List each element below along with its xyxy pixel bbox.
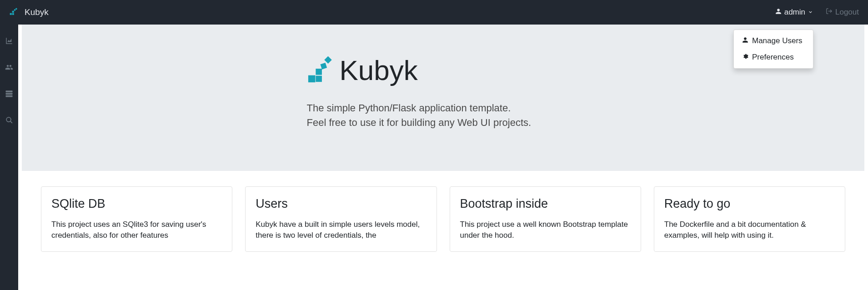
logout-link[interactable]: Logout	[826, 8, 859, 17]
server-icon	[5, 90, 13, 100]
subtitle-line-1: The simple Python/Flask application temp…	[307, 101, 716, 115]
card-title: Users	[256, 197, 426, 211]
users-icon	[5, 63, 13, 73]
dropdown-item-preferences[interactable]: Preferences	[734, 49, 813, 65]
sidebar-item-search[interactable]	[5, 116, 14, 125]
svg-point-9	[6, 117, 11, 122]
gear-icon	[742, 53, 748, 62]
svg-rect-6	[6, 90, 13, 92]
search-icon	[5, 116, 13, 126]
card-sqlite: SQlite DB This project uses an SQlite3 f…	[41, 186, 232, 252]
svg-rect-3	[14, 9, 15, 11]
svg-rect-0	[10, 13, 12, 15]
svg-rect-7	[6, 93, 13, 95]
user-icon	[775, 8, 782, 17]
card-title: Bootstrap inside	[460, 197, 631, 211]
card-users: Users Kubyk have a built in simple users…	[245, 186, 437, 252]
page-title: Kubyk	[340, 56, 418, 85]
card-text: This project use a well known Bootstrap …	[460, 219, 631, 241]
dropdown-item-manage-users[interactable]: Manage Users	[734, 33, 813, 49]
logout-label: Logout	[835, 8, 859, 17]
user-dropdown: Manage Users Preferences	[733, 30, 813, 69]
card-text: This project uses an SQlite3 for saving …	[51, 219, 222, 241]
sidebar-item-users[interactable]	[5, 64, 14, 73]
navbar-brand-area[interactable]: Kubyk	[9, 7, 49, 17]
user-menu-toggle[interactable]: admin	[775, 8, 813, 17]
svg-rect-13	[316, 76, 322, 82]
dropdown-item-label: Preferences	[752, 53, 794, 62]
kubyk-logo-icon	[307, 56, 335, 85]
card-text: The Dockerfile and a bit documentation &…	[664, 219, 835, 241]
svg-rect-14	[316, 69, 322, 75]
chart-area-icon	[5, 37, 13, 47]
logout-icon	[826, 8, 833, 17]
chevron-down-icon	[808, 8, 813, 17]
card-title: SQlite DB	[51, 197, 222, 211]
brand-text[interactable]: Kubyk	[25, 7, 49, 17]
subtitle-line-2: Feel free to use it for building any Web…	[307, 115, 716, 130]
sidebar	[0, 25, 18, 252]
card-ready: Ready to go The Dockerfile and a bit doc…	[654, 186, 845, 252]
cards-row: SQlite DB This project uses an SQlite3 f…	[18, 171, 868, 252]
user-name: admin	[784, 8, 805, 17]
card-bootstrap: Bootstrap inside This project use a well…	[450, 186, 641, 252]
card-text: Kubyk have a built in simple users level…	[256, 219, 426, 241]
svg-rect-12	[308, 76, 315, 82]
jumbotron-header: Kubyk	[307, 56, 716, 85]
svg-rect-15	[320, 63, 327, 70]
sidebar-item-dashboard[interactable]	[5, 37, 14, 46]
navbar-right: admin Logout Manage Users Prefer	[775, 8, 859, 17]
navbar: Kubyk admin Logout Manage Users	[0, 0, 868, 25]
card-title: Ready to go	[664, 197, 835, 211]
svg-rect-16	[324, 56, 331, 64]
svg-rect-2	[12, 11, 14, 13]
svg-rect-1	[12, 13, 14, 15]
brand-logo-icon	[9, 8, 18, 17]
sidebar-item-server[interactable]	[5, 90, 14, 99]
dropdown-item-label: Manage Users	[752, 36, 803, 45]
jumbotron-subtitle: The simple Python/Flask application temp…	[307, 101, 716, 130]
user-icon	[742, 36, 748, 45]
svg-line-10	[10, 121, 12, 123]
svg-rect-8	[6, 95, 13, 97]
